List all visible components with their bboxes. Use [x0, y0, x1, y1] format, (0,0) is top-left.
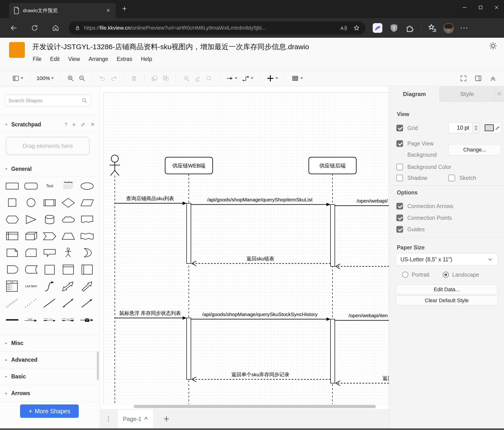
connection-points-checkbox[interactable]: [396, 215, 403, 221]
shape-triangle[interactable]: [21, 213, 40, 226]
scratchpad-header[interactable]: ▼ Scratchpad ? + ✕: [0, 118, 99, 131]
general-section-header[interactable]: ▼ General: [0, 162, 99, 176]
portrait-radio[interactable]: [402, 272, 408, 278]
shape-rounded-rectangle[interactable]: [21, 179, 40, 192]
fullscreen-icon[interactable]: [460, 75, 467, 82]
waypoint-style-button[interactable]: [242, 75, 253, 82]
extensions-puzzle-icon[interactable]: [405, 23, 415, 33]
shape-arrow[interactable]: [78, 280, 96, 293]
shape-horizontal-container[interactable]: [78, 263, 96, 276]
back-icon[interactable]: [9, 23, 19, 33]
sketch-checkbox[interactable]: [448, 175, 455, 181]
scratchpad-edit-icon[interactable]: [81, 122, 86, 127]
guides-checkbox[interactable]: [396, 226, 403, 233]
shape-directional-connector[interactable]: [78, 297, 96, 309]
shadow-checkbox[interactable]: [396, 175, 403, 181]
shape-hexagon[interactable]: [3, 213, 21, 226]
browser-menu-icon[interactable]: ···: [460, 24, 469, 32]
shape-data-storage[interactable]: [21, 263, 40, 276]
shape-trapezoid[interactable]: [59, 230, 78, 243]
tab-diagram[interactable]: Diagram: [389, 86, 440, 102]
shape-search-box[interactable]: [5, 95, 91, 106]
zoom-out-button[interactable]: [79, 75, 86, 82]
shape-card[interactable]: [21, 246, 40, 259]
lifeline-web-box[interactable]: 供应链WEB端: [165, 157, 213, 174]
lifeline-backend-box[interactable]: 供应链后端: [309, 157, 356, 174]
shape-cloud[interactable]: [59, 213, 78, 226]
read-aloud-icon[interactable]: A: [340, 24, 347, 32]
scratchpad-add-icon[interactable]: +: [72, 121, 76, 128]
shape-step[interactable]: [40, 230, 59, 243]
menu-edit[interactable]: Edit: [50, 56, 60, 62]
connection-arrows-checkbox[interactable]: [396, 203, 403, 209]
shape-curve[interactable]: [40, 280, 59, 293]
shape-list-item[interactable]: List Item: [21, 280, 40, 293]
theme-sun-icon[interactable]: [489, 42, 497, 50]
menu-view[interactable]: View: [68, 56, 80, 62]
background-change-button[interactable]: Change...: [448, 144, 501, 156]
bird-extension-icon[interactable]: [372, 23, 383, 33]
shape-horizontal-divider[interactable]: [3, 313, 21, 326]
zoom-level-button[interactable]: 100%: [36, 75, 54, 82]
sidebar-section-misc[interactable]: ►Misc: [0, 335, 99, 351]
format-panel-icon[interactable]: [474, 75, 482, 82]
shape-link-labels[interactable]: SourcelabelTarget: [59, 313, 78, 326]
shape-text[interactable]: Text: [40, 179, 59, 192]
horizontal-scrollbar[interactable]: [134, 405, 376, 408]
shape-note[interactable]: [3, 246, 21, 259]
shape-cube[interactable]: [21, 230, 40, 243]
shape-vertical-container[interactable]: [59, 263, 78, 276]
shape-or[interactable]: [78, 246, 96, 259]
shape-parallelogram[interactable]: [78, 196, 96, 209]
shape-bidirectional-connector[interactable]: [59, 297, 78, 309]
window-close-button[interactable]: [489, 0, 504, 15]
zoom-in-button[interactable]: [67, 75, 74, 82]
scratchpad-help-icon[interactable]: ?: [65, 122, 68, 127]
favorite-star-icon[interactable]: [353, 25, 360, 31]
grid-size-stepper[interactable]: [472, 122, 480, 133]
browser-tab[interactable]: drawio文件预览 ✕: [9, 3, 116, 18]
url-bar[interactable]: https://file.kkview.cn/onlinePreview?url…: [69, 21, 366, 35]
shape-rectangle[interactable]: [3, 179, 21, 192]
shape-container[interactable]: [40, 263, 59, 276]
shape-and[interactable]: [3, 263, 21, 276]
tab-style[interactable]: Style: [440, 86, 495, 102]
shape-labeled-arrow[interactable]: Label: [21, 313, 40, 326]
refresh-icon[interactable]: [30, 23, 40, 33]
shape-tape[interactable]: [78, 230, 96, 243]
shape-list[interactable]: ListItem 1Item 2Item 3: [3, 280, 21, 293]
paper-size-select[interactable]: US-Letter (8,5" x 11"): [396, 253, 498, 266]
shape-square[interactable]: [3, 196, 21, 209]
add-page-button[interactable]: +: [163, 410, 170, 428]
sidebar-section-basic[interactable]: ►Basic: [0, 368, 99, 385]
table-button[interactable]: [291, 75, 303, 82]
shape-bidirectional-arrow[interactable]: [59, 280, 78, 293]
favorites-list-icon[interactable]: [427, 23, 437, 33]
menu-extras[interactable]: Extras: [117, 56, 132, 62]
grid-checkbox[interactable]: [396, 125, 403, 131]
menu-file[interactable]: File: [33, 56, 42, 62]
grid-color-button[interactable]: [483, 122, 501, 133]
shape-line[interactable]: [40, 297, 59, 309]
lock-icon[interactable]: [74, 25, 81, 31]
tab-close-icon[interactable]: ✕: [105, 8, 112, 13]
search-icon[interactable]: [81, 97, 88, 104]
window-maximize-button[interactable]: [473, 0, 488, 15]
shape-dashed-line[interactable]: [3, 297, 21, 309]
window-minimize-button[interactable]: [457, 0, 472, 15]
menu-arrange[interactable]: Arrange: [89, 56, 108, 62]
page-view-checkbox[interactable]: [396, 140, 403, 147]
shape-cylinder[interactable]: [40, 213, 59, 226]
shape-diamond[interactable]: [59, 196, 78, 209]
clear-default-style-button[interactable]: Clear Default Style: [396, 296, 498, 306]
grid-size-input[interactable]: 10 pt: [448, 122, 472, 133]
connection-style-button[interactable]: [226, 75, 237, 82]
diagram-canvas[interactable]: 供应链WEB端 供应链后端: [100, 86, 389, 430]
shape-circle[interactable]: [21, 196, 40, 209]
sidebar-section-advanced[interactable]: ►Advanced: [0, 351, 99, 368]
shape-textbox[interactable]: Heading: [59, 179, 78, 192]
shape-dotted-line[interactable]: [21, 297, 40, 309]
background-color-checkbox[interactable]: [396, 164, 403, 170]
pages-menu-icon[interactable]: ⋮: [100, 410, 117, 428]
shape-actor[interactable]: [59, 246, 78, 259]
